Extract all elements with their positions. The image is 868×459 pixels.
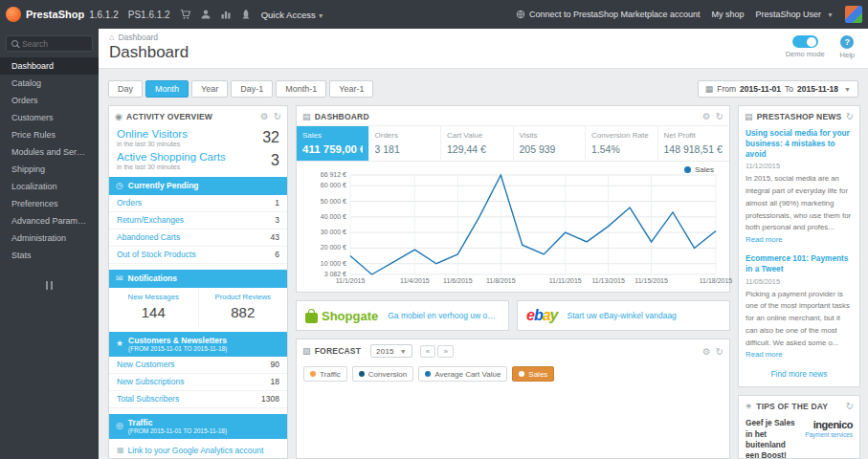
kpi-sales[interactable]: Sales 411 759,00 € <box>297 126 369 161</box>
year-select[interactable]: 2015 ▼ <box>370 344 412 358</box>
read-more-link[interactable]: Read more <box>746 350 783 359</box>
legend-conversion[interactable]: Conversion <box>352 366 413 382</box>
news-article-title[interactable]: Using social media for your business: 4 … <box>746 128 853 159</box>
tab-month[interactable]: Month <box>145 80 189 98</box>
marketplace-link[interactable]: Connect to PrestaShop Marketplace accoun… <box>516 10 701 19</box>
sidebar-item-shipping[interactable]: Shipping <box>0 161 99 178</box>
demo-mode-toggle[interactable] <box>792 35 818 48</box>
sidebar-search[interactable] <box>6 35 93 52</box>
refresh-icon[interactable]: ↻ <box>716 346 723 357</box>
customers-icon[interactable] <box>200 9 211 20</box>
abandoned-carts-link[interactable]: Abandoned Carts <box>117 232 180 242</box>
sidebar-item-price-rules[interactable]: Price Rules <box>0 126 99 143</box>
clock-icon: ◷ <box>116 181 123 191</box>
user-menu[interactable]: PrestaShop User▼ <box>756 10 834 19</box>
my-shop-link[interactable]: My shop <box>712 10 745 19</box>
sidebar-collapse-button[interactable] <box>46 281 53 290</box>
dashboard-icon: ▤ <box>302 112 311 121</box>
brand-name: PrestaShop <box>26 9 84 20</box>
total-subscribers-value: 1308 <box>261 394 279 404</box>
sidebar-item-customers[interactable]: Customers <box>0 109 99 126</box>
tab-month-1[interactable]: Month-1 <box>276 80 326 98</box>
prestashop-logo[interactable]: PrestaShop 1.6.1.2 <box>6 7 119 22</box>
chart-legend[interactable]: Sales <box>684 165 714 174</box>
tab-day[interactable]: Day <box>108 80 143 98</box>
sidebar-item-administration[interactable]: Administration <box>0 230 99 247</box>
avatar[interactable] <box>845 6 862 23</box>
shop-version-tag: PS1.6.1.2 <box>128 10 170 20</box>
brand-version: 1.6.1.2 <box>89 10 119 20</box>
search-input[interactable] <box>22 39 89 49</box>
home-icon: ⌂ <box>109 33 114 42</box>
refresh-icon[interactable]: ↻ <box>716 111 723 121</box>
refresh-icon[interactable]: ↻ <box>274 111 281 121</box>
tab-year[interactable]: Year <box>191 80 228 98</box>
next-page-button[interactable]: » <box>437 345 454 358</box>
orders-link[interactable]: Orders <box>117 198 142 208</box>
find-more-news-link[interactable]: Find more news <box>739 365 859 386</box>
gear-icon[interactable]: ⚙ <box>260 111 269 121</box>
legend-sales[interactable]: Sales <box>512 366 554 382</box>
kpi-visits[interactable]: Visits 205 939 <box>514 126 587 161</box>
legend-average-cart-value[interactable]: Average Cart Value <box>418 366 507 382</box>
pending-row-out-of-stock: Out of Stock Products 6 <box>109 247 287 264</box>
google-analytics-link[interactable]: ▦ Link to your Google Analytics account <box>109 439 287 459</box>
forecast-panel: ▨ FORECAST 2015 ▼ « » ⚙ <box>296 339 730 459</box>
ebay-promo: ebay Start uw eBay-winkel vandaag <box>517 300 730 331</box>
activity-overview-panel: ◉ ACTIVITY OVERVIEW ⚙ ↻ Online Visitors … <box>108 105 288 459</box>
online-visitors-link[interactable]: Online Visitors <box>117 128 188 140</box>
new-messages-cell[interactable]: New Messages 144 <box>109 288 198 326</box>
product-reviews-cell[interactable]: Product Reviews 882 <box>198 288 288 326</box>
new-subscriptions-link[interactable]: New Subscriptions <box>117 377 184 386</box>
sidebar-item-advanced-parameters[interactable]: Advanced Parameters <box>0 212 99 230</box>
currently-pending-header: ◷ Currently Pending <box>109 177 287 195</box>
prev-page-button[interactable]: « <box>420 345 436 358</box>
forecast-legend: Traffic Conversion Average Cart Value <box>297 361 729 386</box>
sidebar-item-dashboard[interactable]: Dashboard <box>0 57 99 75</box>
users-icon: ★ <box>116 339 123 349</box>
legend-traffic[interactable]: Traffic <box>303 366 347 382</box>
tab-year-1[interactable]: Year-1 <box>329 80 373 98</box>
gear-icon[interactable]: ⚙ <box>702 111 711 121</box>
kpi-orders[interactable]: Orders 3 181 <box>369 126 442 161</box>
refresh-icon[interactable]: ↻ <box>846 401 854 411</box>
kpi-row: Sales 411 759,00 € Orders 3 181 Cart Val… <box>297 125 729 162</box>
new-customers-link[interactable]: New Customers <box>117 360 174 369</box>
ebay-link[interactable]: Start uw eBay-winkel vandaag <box>568 311 677 320</box>
active-carts-sub: in the last 30 minutes <box>117 164 226 170</box>
date-range-picker[interactable]: ▦ From2015-11-01 To2015-11-18 ▼ <box>698 80 858 98</box>
sidebar-item-modules[interactable]: Modules and Services <box>0 143 99 161</box>
kpi-cart-value[interactable]: Cart Value 129,44 € <box>441 126 514 161</box>
stats-icon[interactable] <box>220 9 232 20</box>
refresh-icon[interactable]: ↻ <box>846 111 854 121</box>
sidebar-item-orders[interactable]: Orders <box>0 92 99 109</box>
traffic-header: ◎ Traffic (FROM 2015-11-01 TO 2015-11-18… <box>109 414 287 439</box>
gear-icon[interactable]: ⚙ <box>702 346 711 357</box>
sidebar-item-localization[interactable]: Localization <box>0 178 99 195</box>
out-of-stock-link[interactable]: Out of Stock Products <box>117 250 196 259</box>
shopgate-link[interactable]: Ga mobiel en verhoog uw omzet <box>388 311 500 320</box>
row-total-subscribers: Total Subscribers 1308 <box>109 391 287 408</box>
returns-link[interactable]: Return/Exchanges <box>117 215 184 225</box>
upgrade-rocket-icon[interactable] <box>240 9 252 20</box>
sidebar-nav: Dashboard Catalog Orders Customers Price… <box>0 57 99 264</box>
sidebar-item-preferences[interactable]: Preferences <box>0 195 99 212</box>
kpi-conversion-rate[interactable]: Conversion Rate 1.54% <box>586 126 658 161</box>
active-carts-link[interactable]: Active Shopping Carts <box>117 151 226 163</box>
quick-access-menu[interactable]: Quick Access▼ <box>261 10 324 20</box>
help-icon[interactable]: ? <box>840 35 854 49</box>
tab-day-1[interactable]: Day-1 <box>231 80 273 98</box>
kpi-net-profit[interactable]: Net Profit 148 918,51 € <box>658 126 730 161</box>
page-title: Dashboard <box>109 43 189 62</box>
cart-icon[interactable] <box>180 9 191 20</box>
news-article: Ecommerce 101: Payments in a Tweet 11/05… <box>739 251 859 365</box>
total-subscribers-link[interactable]: Total Subscribers <box>117 394 179 404</box>
sidebar-item-catalog[interactable]: Catalog <box>0 75 99 92</box>
news-icon: ▤ <box>745 112 753 121</box>
news-article-title[interactable]: Ecommerce 101: Payments in a Tweet <box>746 253 853 274</box>
ingenico-logo: ingenico Payment services <box>805 418 853 438</box>
active-carts-value: 3 <box>271 151 279 168</box>
sidebar-item-stats[interactable]: Stats <box>0 247 99 264</box>
shopping-bag-icon <box>305 313 318 323</box>
read-more-link[interactable]: Read more <box>746 235 783 244</box>
